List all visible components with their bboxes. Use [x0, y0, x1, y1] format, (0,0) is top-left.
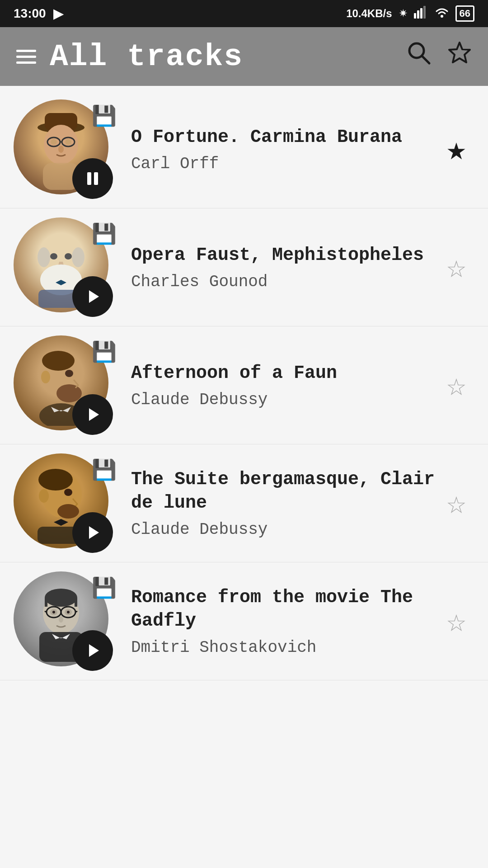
track-info: O Fortune. Carmina Burana Carl Orff: [127, 126, 438, 173]
track-item: 💾 O Fortune. Carmina Burana Carl Orff ★: [0, 90, 488, 208]
track-list: 💾 O Fortune. Carmina Burana Carl Orff ★: [0, 86, 488, 685]
svg-marker-7: [449, 42, 470, 62]
svg-point-15: [65, 139, 71, 145]
svg-point-40: [57, 504, 79, 519]
status-bar: 13:00 ▶ 10.4KB/s ✴ 66: [0, 0, 488, 27]
svg-marker-42: [89, 526, 99, 539]
track-info: Opera Faust, Mephistopheles Charles Goun…: [127, 244, 438, 291]
favorites-icon[interactable]: [447, 41, 472, 72]
track-artist: Dmitri Shostakovich: [131, 638, 438, 657]
svg-point-24: [50, 253, 57, 259]
svg-rect-2: [420, 8, 422, 19]
avatar-wrap: 💾: [14, 571, 113, 671]
play-pause-button[interactable]: [72, 276, 113, 317]
star-empty-icon: ☆: [446, 247, 466, 288]
play-pause-button[interactable]: [72, 512, 113, 553]
avatar-wrap: 💾: [14, 335, 113, 435]
svg-rect-45: [45, 598, 47, 607]
svg-point-33: [42, 351, 75, 371]
svg-point-38: [39, 489, 49, 503]
svg-point-37: [38, 469, 73, 491]
svg-point-31: [41, 371, 50, 383]
favorite-button[interactable]: ★: [438, 131, 474, 167]
save-icon[interactable]: 💾: [92, 104, 117, 128]
track-title: Opera Faust, Mephistopheles: [131, 244, 438, 267]
svg-point-56: [59, 616, 63, 623]
track-info: Romance from the movie The Gadfly Dmitri…: [127, 586, 438, 657]
network-speed: 10.4KB/s: [346, 7, 392, 20]
favorite-button[interactable]: ☆: [438, 485, 474, 521]
wifi-icon: [435, 6, 449, 21]
avatar-wrap: 💾: [14, 217, 113, 317]
app-bar: All tracks: [0, 27, 488, 86]
svg-line-50: [45, 611, 47, 612]
page-title: All tracks: [50, 39, 243, 74]
track-item: 💾 Afternoon of a Faun Claude Debussy ☆: [0, 326, 488, 444]
svg-point-22: [72, 247, 84, 267]
track-artist: Claude Debussy: [131, 391, 438, 409]
star-empty-icon: ☆: [446, 483, 466, 524]
track-title: The Suite bergamasque, Clair de lune: [131, 468, 438, 515]
favorite-button[interactable]: ☆: [438, 367, 474, 403]
play-pause-button[interactable]: [72, 394, 113, 435]
track-artist: Carl Orff: [131, 155, 438, 173]
svg-point-32: [65, 370, 73, 377]
status-right: 10.4KB/s ✴ 66: [346, 5, 474, 22]
svg-line-51: [75, 611, 77, 612]
star-empty-icon: ☆: [446, 601, 466, 642]
track-info: The Suite bergamasque, Clair de lune Cla…: [127, 468, 438, 539]
search-icon[interactable]: [407, 41, 431, 72]
track-item: 💾 Romance from the movie The Gadfly Dmit…: [0, 562, 488, 680]
bluetooth-icon: ✴: [399, 7, 408, 20]
svg-rect-46: [75, 598, 77, 607]
star-filled-icon: ★: [446, 129, 466, 170]
svg-point-39: [64, 489, 72, 496]
save-icon[interactable]: 💾: [92, 458, 117, 482]
track-artist: Claude Debussy: [131, 520, 438, 539]
track-item: 💾 The Suite bergamasque, Clair de lune C…: [0, 444, 488, 562]
save-icon[interactable]: 💾: [92, 222, 117, 246]
svg-marker-35: [89, 408, 99, 421]
track-title: O Fortune. Carmina Burana: [131, 126, 438, 149]
app-bar-right: [407, 41, 472, 72]
save-icon[interactable]: 💾: [92, 576, 117, 600]
favorite-button[interactable]: ☆: [438, 603, 474, 639]
star-empty-icon: ☆: [446, 365, 466, 406]
battery-icon: 66: [455, 5, 474, 22]
track-artist: Charles Gounod: [131, 273, 438, 291]
track-title: Afternoon of a Faun: [131, 362, 438, 385]
track-info: Afternoon of a Faun Claude Debussy: [127, 362, 438, 409]
svg-point-55: [67, 611, 70, 613]
media-play-icon: ▶: [53, 6, 63, 21]
svg-point-44: [45, 589, 77, 607]
svg-rect-19: [94, 172, 98, 185]
signal-icon: [414, 6, 428, 21]
svg-rect-0: [414, 13, 416, 19]
play-pause-button[interactable]: [72, 630, 113, 671]
avatar-wrap: 💾: [14, 99, 113, 199]
svg-rect-18: [87, 172, 91, 185]
svg-point-14: [51, 139, 57, 145]
svg-rect-1: [417, 10, 419, 19]
track-item: 💾 Opera Faust, Mephistopheles Charles Go…: [0, 208, 488, 326]
svg-point-4: [441, 15, 443, 18]
svg-rect-3: [423, 6, 426, 19]
app-bar-left: All tracks: [16, 39, 243, 74]
save-icon[interactable]: 💾: [92, 340, 117, 364]
svg-line-6: [422, 56, 429, 63]
svg-point-54: [52, 611, 55, 613]
menu-button[interactable]: [16, 50, 36, 64]
play-pause-button[interactable]: [72, 158, 113, 199]
svg-marker-28: [89, 290, 99, 303]
track-title: Romance from the movie The Gadfly: [131, 586, 438, 633]
status-left: 13:00 ▶: [14, 6, 63, 21]
avatar-wrap: 💾: [14, 453, 113, 553]
svg-point-21: [38, 247, 50, 267]
svg-point-16: [58, 146, 64, 153]
svg-point-23: [46, 237, 76, 254]
favorite-button[interactable]: ☆: [438, 249, 474, 285]
svg-point-25: [65, 253, 72, 259]
svg-marker-58: [89, 644, 99, 657]
clock: 13:00: [14, 6, 46, 21]
